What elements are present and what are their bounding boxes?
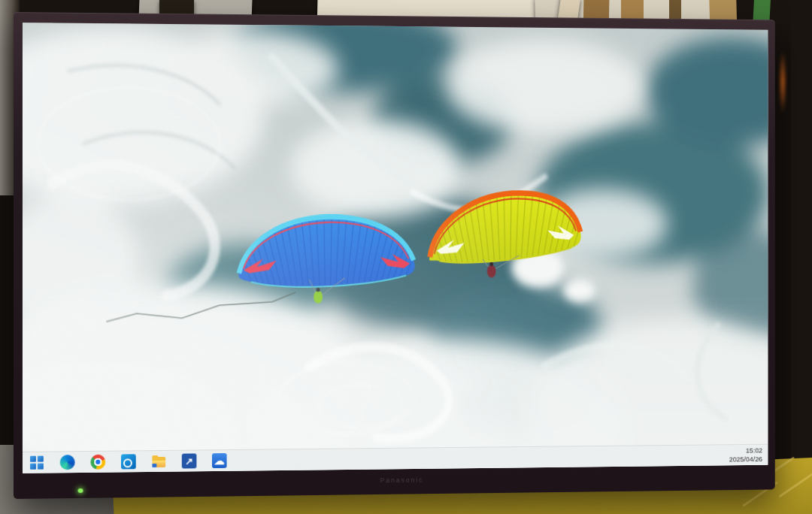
cloud-app-button[interactable]: ☁ <box>212 453 227 468</box>
monitor-wrap: ↗ ☁ 15:02 2025/04/26 Panasonic <box>14 12 804 499</box>
cloud-storage-app-icon: ☁ <box>212 453 227 468</box>
diagonal-arrow-app-icon: ↗ <box>182 453 197 468</box>
outlook-button[interactable] <box>121 454 136 469</box>
clock-time: 15:02 <box>729 446 762 455</box>
start-button[interactable] <box>29 455 44 470</box>
pilot-blue <box>314 291 323 304</box>
wallpaper-frozen-lake <box>23 23 768 473</box>
photo-scene: ↗ ☁ 15:02 2025/04/26 Panasonic <box>0 0 812 514</box>
monitor-brand-label: Panasonic <box>380 476 424 485</box>
edge-button[interactable] <box>60 455 75 470</box>
arrow-app-button[interactable]: ↗ <box>182 453 197 468</box>
chrome-button[interactable] <box>90 455 105 470</box>
outlook-o-ring <box>123 458 132 467</box>
chrome-browser-icon <box>90 455 105 470</box>
edge-browser-icon <box>60 455 75 470</box>
pilot-yellow <box>487 265 496 278</box>
monitor-bezel: ↗ ☁ 15:02 2025/04/26 Panasonic <box>14 12 775 499</box>
power-led <box>78 488 83 493</box>
taskbar-icon-group: ↗ ☁ <box>23 453 227 470</box>
folder-icon <box>152 464 156 467</box>
file-explorer-button[interactable] <box>151 454 166 469</box>
clock-date: 2025/04/26 <box>729 455 762 464</box>
desktop-screen: ↗ ☁ 15:02 2025/04/26 <box>23 23 768 473</box>
taskbar-clock[interactable]: 15:02 2025/04/26 <box>729 446 768 464</box>
windows-start-icon <box>30 456 44 470</box>
